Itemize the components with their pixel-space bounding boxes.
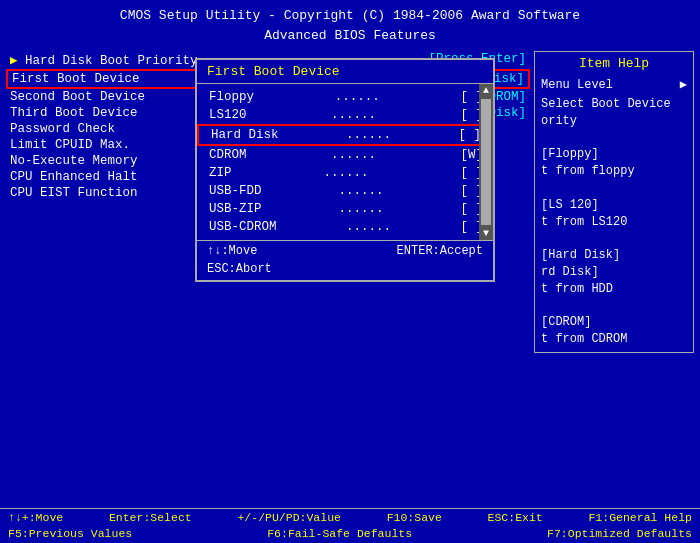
status-prev: F5:Previous Values [8,527,132,540]
scrollbar-down-arrow[interactable]: ▼ [482,227,490,240]
menu-item-label: Second Boot Device [10,90,145,104]
help-line: t from LS120 [541,214,687,231]
right-panel: Item Help Menu Level ▶ Select Boot Devic… [534,51,694,353]
popup-item-name: CDROM [209,148,247,162]
menu-item-label: Hard Disk Boot Priority [10,52,198,68]
popup-item-hard-disk[interactable]: Hard Disk ...... [ ] [197,124,493,146]
popup-item-name: USB-CDROM [209,220,277,234]
popup-item-name: Hard Disk [211,128,279,142]
status-optimized: F7:Optimized Defaults [547,527,692,540]
popup-esc-hint: ESC:Abort [197,261,493,280]
menu-item-label: First Boot Device [12,72,140,86]
menu-item-label: CPU EIST Function [10,186,138,200]
help-line: [LS 120] [541,197,687,214]
help-line: [CDROM] [541,314,687,331]
popup-dialog: First Boot Device Floppy ...... [ ] LS12… [195,58,495,282]
header-line2: Advanced BIOS Features [0,26,700,46]
help-line: rd Disk] [541,264,687,281]
popup-item-cdrom[interactable]: CDROM ...... [W] [197,146,493,164]
popup-item-dots: ...... [338,184,383,198]
help-line: Select Boot Device [541,96,687,113]
header-line1: CMOS Setup Utility - Copyright (C) 1984-… [0,6,700,26]
popup-item-name: Floppy [209,90,254,104]
scrollbar-thumb [481,99,491,225]
help-title: Item Help [541,56,687,71]
popup-item-name: USB-ZIP [209,202,262,216]
popup-list: Floppy ...... [ ] LS120 ...... [ ] Hard … [197,84,493,240]
popup-item-dots: ...... [335,90,380,104]
menu-item-label: Limit CPUID Max. [10,138,130,152]
popup-item-name: ZIP [209,166,232,180]
help-line: t from CDROM [541,331,687,348]
popup-item-usb-fdd[interactable]: USB-FDD ...... [ ] [197,182,493,200]
status-row1: ↑↓+:Move Enter:Select +/-/PU/PD:Value F1… [0,509,700,526]
menu-item-label: CPU Enhanced Halt [10,170,138,184]
help-line: ority [541,113,687,130]
status-value: +/-/PU/PD:Value [237,511,341,524]
status-exit: ESC:Exit [488,511,543,524]
popup-enter-hint: ENTER:Accept [397,244,483,258]
help-line: t from floppy [541,163,687,180]
popup-scrollbar[interactable]: ▲ ▼ [479,84,493,240]
status-failsafe: F6:Fail-Safe Defaults [267,527,412,540]
menu-item-label: Third Boot Device [10,106,138,120]
bios-header: CMOS Setup Utility - Copyright (C) 1984-… [0,0,700,49]
popup-item-usb-cdrom[interactable]: USB-CDROM ...... [ ] [197,218,493,236]
help-line: t from HDD [541,281,687,298]
menu-level-arrow: ▶ [680,77,687,92]
menu-level-label: Menu Level [541,78,613,92]
status-row2: F5:Previous Values F6:Fail-Safe Defaults… [0,526,700,543]
popup-item-zip[interactable]: ZIP ...... [ ] [197,164,493,182]
help-line: [Floppy] [541,146,687,163]
popup-item-usb-zip[interactable]: USB-ZIP ...... [ ] [197,200,493,218]
status-save: F10:Save [387,511,442,524]
popup-title: First Boot Device [197,60,493,84]
popup-item-ls120[interactable]: LS120 ...... [ ] [197,106,493,124]
popup-item-dots: ...... [331,148,376,162]
status-bar: ↑↓+:Move Enter:Select +/-/PU/PD:Value F1… [0,508,700,543]
popup-item-name: LS120 [209,108,247,122]
popup-footer: ↑↓:Move ENTER:Accept [197,240,493,261]
menu-item-label: No-Execute Memory [10,154,138,168]
menu-level-row: Menu Level ▶ [541,77,687,92]
popup-item-dots: ...... [323,166,368,180]
menu-item-label: Password Check [10,122,115,136]
popup-item-dots: ...... [331,108,376,122]
status-help: F1:General Help [588,511,692,524]
popup-item-floppy[interactable]: Floppy ...... [ ] [197,88,493,106]
status-select: Enter:Select [109,511,192,524]
help-content: Select Boot Device ority [Floppy] t from… [541,96,687,348]
popup-item-value: [ ] [458,128,481,142]
popup-item-dots: ...... [338,202,383,216]
help-line: [Hard Disk] [541,247,687,264]
scrollbar-up-arrow[interactable]: ▲ [482,84,490,97]
popup-item-dots: ...... [346,128,391,142]
popup-move-hint: ↑↓:Move [207,244,257,258]
popup-item-dots: ...... [346,220,391,234]
status-move: ↑↓+:Move [8,511,63,524]
popup-item-name: USB-FDD [209,184,262,198]
